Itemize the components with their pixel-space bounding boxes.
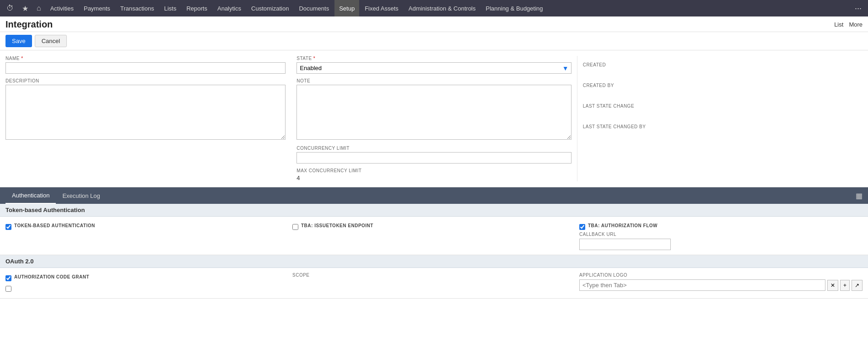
max-concurrency-label: MAX CONCURRENCY LIMIT — [297, 168, 571, 173]
nav-more[interactable]: ··· — [851, 4, 865, 13]
created-label: CREATED — [583, 62, 857, 67]
created-by-value — [583, 89, 857, 97]
token-based-auth-label: TOKEN-BASED AUTHENTICATION — [14, 223, 95, 228]
clock-icon[interactable]: ⏱ — [3, 0, 17, 16]
last-state-change-value — [583, 109, 857, 118]
note-label: NOTE — [297, 78, 571, 83]
app-logo-input[interactable] — [579, 279, 825, 291]
page-title: Integration — [5, 19, 53, 30]
token-based-auth-row: TOKEN-BASED AUTHENTICATION — [5, 221, 289, 232]
state-select-wrapper: Enabled Disabled ▼ — [297, 62, 571, 74]
scope-label: SCOPE — [292, 273, 576, 278]
last-state-changed-by-value — [583, 130, 857, 138]
page-header: Integration List More — [0, 16, 868, 32]
name-input[interactable] — [5, 62, 286, 74]
list-link[interactable]: List — [834, 21, 843, 28]
form-area: NAME * DESCRIPTION STATE * Enabled Disab… — [0, 50, 868, 187]
token-based-auth-checkbox[interactable] — [5, 224, 11, 230]
nav-transactions[interactable]: Transactions — [116, 0, 159, 16]
max-concurrency-value: 4 — [297, 175, 571, 181]
home-icon[interactable]: ⌂ — [33, 0, 45, 16]
oauth-partial-row — [5, 283, 289, 294]
oauth-partial-checkbox[interactable] — [5, 286, 11, 292]
toolbar: Save Cancel — [0, 32, 868, 50]
subtabs-bar: Authentication Execution Log ▦ — [0, 187, 868, 204]
app-logo-add-button[interactable]: + — [840, 280, 850, 291]
form-col-right: CREATED CREATED BY LAST STATE CHANGE LAS… — [577, 56, 863, 181]
token-auth-col3: TBA: AUTHORIZATION FLOW CALLBACK URL — [579, 221, 863, 250]
nav-bar: ⏱ ★ ⌂ Activities Payments Transactions L… — [0, 0, 868, 16]
nav-lists[interactable]: Lists — [160, 0, 181, 16]
created-by-label: CREATED BY — [583, 83, 857, 88]
concurrency-limit-input[interactable] — [297, 152, 571, 164]
created-value — [583, 68, 857, 76]
concurrency-limit-label: CONCURRENCY LIMIT — [297, 146, 571, 151]
description-label: DESCRIPTION — [5, 78, 286, 83]
state-select[interactable]: Enabled Disabled — [297, 62, 571, 74]
form-col-middle: STATE * Enabled Disabled ▼ NOTE CONCURRE… — [291, 56, 577, 181]
app-logo-section: APPLICATION LOGO ✕ + ↗ — [579, 273, 863, 294]
app-logo-input-row: ✕ + ↗ — [579, 279, 863, 291]
nav-activities[interactable]: Activities — [46, 0, 78, 16]
state-label: STATE * — [297, 56, 571, 61]
grid-icon[interactable]: ▦ — [856, 191, 863, 200]
tba-auth-flow-label: TBA: AUTHORIZATION FLOW — [588, 223, 658, 228]
header-actions: List More — [834, 21, 863, 28]
oauth-col1: AUTHORIZATION CODE GRANT — [5, 273, 289, 294]
name-label: NAME * — [5, 56, 286, 61]
nav-fixed-assets[interactable]: Fixed Assets — [360, 0, 403, 16]
app-logo-label: APPLICATION LOGO — [579, 273, 863, 278]
save-button[interactable]: Save — [5, 35, 32, 47]
tba-issuetoken-label: TBA: ISSUETOKEN ENDPOINT — [301, 223, 373, 228]
oauth-section-content: AUTHORIZATION CODE GRANT SCOPE APPLICATI… — [0, 268, 868, 299]
token-auth-section-header: Token-based Authentication — [0, 204, 868, 217]
nav-planning-budgeting[interactable]: Planning & Budgeting — [481, 0, 548, 16]
tab-execution-log[interactable]: Execution Log — [56, 187, 106, 204]
nav-analytics[interactable]: Analytics — [213, 0, 246, 16]
note-textarea[interactable] — [297, 85, 571, 140]
description-textarea[interactable] — [5, 85, 286, 140]
nav-admin-controls[interactable]: Administration & Controls — [404, 0, 480, 16]
callback-url-input[interactable] — [579, 239, 671, 250]
nav-setup[interactable]: Setup — [334, 0, 359, 16]
more-link[interactable]: More — [849, 21, 863, 28]
tab-authentication[interactable]: Authentication — [5, 187, 56, 204]
tba-auth-flow-row: TBA: AUTHORIZATION FLOW — [579, 221, 863, 232]
nav-payments[interactable]: Payments — [79, 0, 115, 16]
app-logo-open-button[interactable]: ↗ — [852, 280, 863, 291]
token-auth-section-content: TOKEN-BASED AUTHENTICATION TBA: ISSUETOK… — [0, 217, 868, 255]
cancel-button[interactable]: Cancel — [35, 35, 67, 47]
state-required-star: * — [313, 56, 315, 61]
oauth-section-header: OAuth 2.0 — [0, 255, 868, 268]
token-auth-col1: TOKEN-BASED AUTHENTICATION — [5, 221, 289, 250]
auth-code-grant-label: AUTHORIZATION CODE GRANT — [14, 274, 89, 279]
form-col-left: NAME * DESCRIPTION — [5, 56, 291, 181]
app-logo-clear-button[interactable]: ✕ — [827, 280, 838, 291]
callback-section: CALLBACK URL — [579, 232, 863, 250]
token-auth-col2: TBA: ISSUETOKEN ENDPOINT — [292, 221, 576, 250]
star-icon[interactable]: ★ — [18, 0, 32, 16]
tba-auth-flow-checkbox[interactable] — [579, 224, 585, 230]
last-state-change-label: LAST STATE CHANGE — [583, 104, 857, 109]
nav-reports[interactable]: Reports — [182, 0, 212, 16]
scope-section: SCOPE — [292, 273, 576, 294]
auth-code-grant-checkbox[interactable] — [5, 275, 11, 281]
auth-code-grant-row: AUTHORIZATION CODE GRANT — [5, 273, 289, 283]
last-state-changed-by-label: LAST STATE CHANGED BY — [583, 124, 857, 129]
tba-issuetoken-checkbox[interactable] — [292, 224, 298, 230]
callback-url-label: CALLBACK URL — [579, 232, 863, 237]
name-required-star: * — [21, 56, 23, 61]
nav-documents[interactable]: Documents — [294, 0, 334, 16]
tba-issuetoken-row: TBA: ISSUETOKEN ENDPOINT — [292, 221, 576, 232]
subtabs-left: Authentication Execution Log — [5, 187, 107, 204]
nav-customization[interactable]: Customization — [247, 0, 293, 16]
